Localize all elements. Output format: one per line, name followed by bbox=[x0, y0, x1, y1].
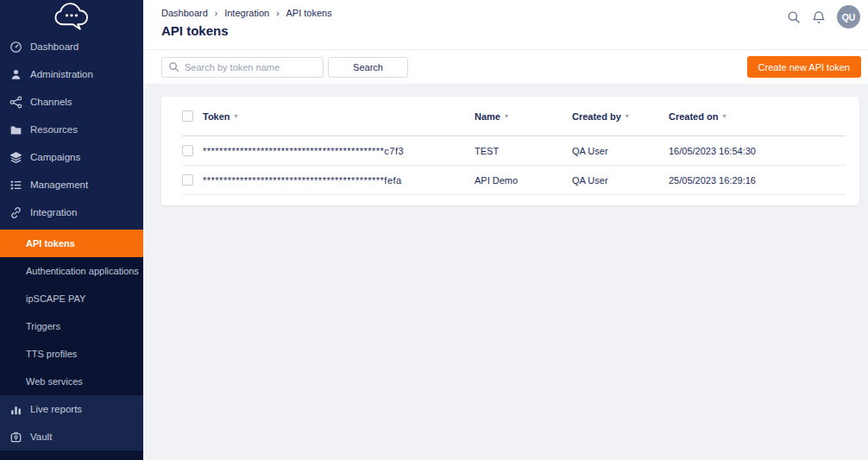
sidebar-subitem-label: Web services bbox=[26, 376, 83, 387]
sidebar-filler bbox=[0, 451, 143, 460]
sidebar-footer-section: Live reports Vault bbox=[0, 395, 143, 451]
sidebar-item-label: Management bbox=[30, 180, 88, 190]
sidebar-subitem-web-services[interactable]: Web services bbox=[0, 368, 143, 395]
sort-caret-icon: ▾ bbox=[505, 112, 508, 120]
sidebar-item-label: Campaigns bbox=[30, 152, 80, 162]
sidebar-item-label: Channels bbox=[30, 97, 72, 107]
sidebar-item-administration[interactable]: Administration bbox=[0, 60, 143, 88]
chevron-right-icon: › bbox=[276, 9, 279, 18]
sidebar-subitem-label: API tokens bbox=[26, 238, 75, 249]
link-icon bbox=[9, 206, 23, 219]
breadcrumb-api-tokens[interactable]: API tokens bbox=[286, 8, 332, 18]
sidebar-subitem-label: ipSCAPE PAY bbox=[26, 293, 85, 304]
sidebar-item-label: Integration bbox=[30, 207, 77, 217]
layers-icon bbox=[9, 151, 23, 164]
sidebar-item-resources[interactable]: Resources bbox=[0, 116, 143, 143]
header-actions: QU bbox=[787, 5, 860, 28]
token-value: ****************************************… bbox=[203, 175, 475, 186]
sidebar-top-section: Dashboard Administration Channels bbox=[0, 0, 143, 230]
table-header-row: Token ▾ Name ▾ Created by ▾ Created on ▾ bbox=[182, 97, 846, 136]
sidebar-subitem-triggers[interactable]: Triggers bbox=[0, 312, 143, 340]
table-row[interactable]: ****************************************… bbox=[182, 136, 846, 166]
chevron-right-icon: › bbox=[215, 9, 217, 18]
list-icon bbox=[9, 179, 23, 192]
column-header-name[interactable]: Name ▾ bbox=[475, 111, 572, 122]
sidebar-subitem-api-tokens[interactable]: API tokens bbox=[0, 230, 143, 257]
token-name: TEST bbox=[475, 146, 572, 156]
app-window: Dashboard Administration Channels bbox=[0, 0, 868, 460]
bar-chart-icon bbox=[9, 403, 23, 416]
api-tokens-table-card: Token ▾ Name ▾ Created by ▾ Created on ▾ bbox=[161, 97, 859, 205]
breadcrumb-integration[interactable]: Integration bbox=[224, 8, 269, 18]
search-icon[interactable] bbox=[787, 10, 801, 24]
sidebar-subitem-label: Authentication applications bbox=[26, 266, 139, 276]
toolbar: Search Create new API token bbox=[143, 50, 868, 84]
sidebar-subitem-label: TTS profiles bbox=[26, 349, 77, 359]
token-created-by: QA User bbox=[572, 146, 669, 156]
token-search-input[interactable] bbox=[161, 57, 324, 78]
token-name: API Demo bbox=[475, 175, 572, 186]
search-button[interactable]: Search bbox=[328, 57, 408, 78]
sidebar: Dashboard Administration Channels bbox=[0, 0, 143, 460]
sidebar-item-channels[interactable]: Channels bbox=[0, 88, 143, 116]
row-checkbox[interactable] bbox=[182, 145, 193, 156]
sidebar-item-label: Administration bbox=[30, 69, 93, 79]
create-new-api-token-button[interactable]: Create new API token bbox=[747, 56, 861, 78]
sidebar-item-vault[interactable]: Vault bbox=[0, 423, 143, 451]
main-area: Dashboard › Integration › API tokens API… bbox=[143, 0, 868, 460]
user-avatar[interactable]: QU bbox=[837, 5, 860, 28]
bell-icon[interactable] bbox=[812, 10, 826, 24]
token-created-on: 25/05/2023 16:29:16 bbox=[669, 175, 846, 186]
sidebar-item-label: Vault bbox=[30, 432, 52, 442]
breadcrumb: Dashboard › Integration › API tokens bbox=[161, 0, 868, 18]
breadcrumb-dashboard[interactable]: Dashboard bbox=[161, 8, 208, 18]
sidebar-subitem-label: Triggers bbox=[26, 321, 60, 331]
column-header-created-by[interactable]: Created by ▾ bbox=[572, 111, 669, 122]
folder-icon bbox=[9, 123, 23, 136]
sidebar-item-label: Live reports bbox=[30, 404, 82, 414]
sidebar-item-live-reports[interactable]: Live reports bbox=[0, 395, 143, 423]
token-value: ****************************************… bbox=[203, 146, 475, 156]
integration-submenu: API tokens Authentication applications i… bbox=[0, 230, 143, 395]
sidebar-item-dashboard[interactable]: Dashboard bbox=[0, 33, 143, 60]
column-header-token[interactable]: Token ▾ bbox=[203, 111, 475, 122]
table-row[interactable]: ****************************************… bbox=[182, 166, 846, 195]
row-checkbox[interactable] bbox=[182, 174, 193, 186]
content-area: Token ▾ Name ▾ Created by ▾ Created on ▾ bbox=[143, 84, 868, 460]
token-created-on: 16/05/2023 16:54:30 bbox=[669, 146, 846, 156]
share-nodes-icon bbox=[9, 96, 23, 109]
cloud-speech-logo-icon bbox=[47, 2, 96, 35]
sidebar-item-campaigns[interactable]: Campaigns bbox=[0, 143, 143, 171]
select-all-checkbox[interactable] bbox=[182, 110, 193, 122]
person-icon bbox=[9, 68, 23, 81]
token-created-by: QA User bbox=[572, 175, 669, 186]
page-title: API tokens bbox=[161, 23, 868, 38]
sort-caret-icon: ▾ bbox=[626, 112, 629, 120]
sidebar-item-management[interactable]: Management bbox=[0, 171, 143, 198]
vault-icon bbox=[9, 431, 23, 444]
sidebar-item-integration[interactable]: Integration bbox=[0, 198, 143, 226]
logo[interactable] bbox=[0, 0, 143, 33]
column-header-created-on[interactable]: Created on ▾ bbox=[669, 111, 846, 122]
sidebar-subitem-ipscape-pay[interactable]: ipSCAPE PAY bbox=[0, 285, 143, 312]
sidebar-subitem-tts-profiles[interactable]: TTS profiles bbox=[0, 340, 143, 368]
sort-caret-icon: ▾ bbox=[722, 112, 726, 120]
sidebar-item-label: Dashboard bbox=[30, 41, 79, 52]
sidebar-subitem-authentication-applications[interactable]: Authentication applications bbox=[0, 257, 143, 285]
gauge-icon bbox=[9, 41, 23, 54]
sort-caret-icon: ▾ bbox=[235, 112, 238, 120]
search-field-wrap bbox=[161, 57, 324, 78]
top-header: Dashboard › Integration › API tokens API… bbox=[143, 0, 868, 50]
sidebar-item-label: Resources bbox=[30, 124, 78, 135]
